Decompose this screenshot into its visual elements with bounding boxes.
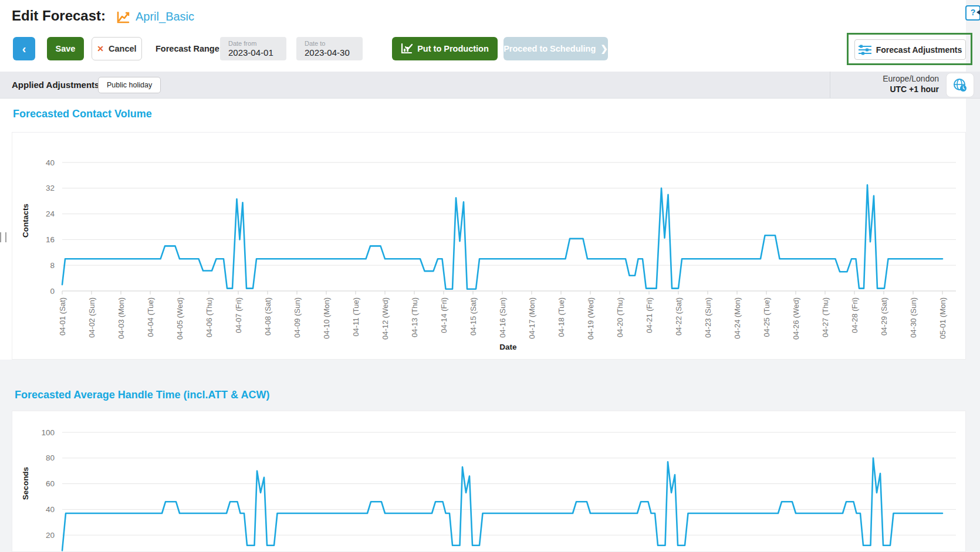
svg-text:24: 24 <box>46 209 55 218</box>
date-to-field[interactable]: Date to 2023-04-30 <box>296 37 363 60</box>
svg-text:40: 40 <box>46 505 55 514</box>
date-to-label: Date to <box>305 40 363 48</box>
svg-text:Date: Date <box>499 343 517 351</box>
svg-text:04-21 (Fri): 04-21 (Fri) <box>645 297 654 333</box>
svg-text:04-18 (Tue): 04-18 (Tue) <box>557 297 566 337</box>
contact-volume-title: Forecasted Contact Volume <box>13 108 152 120</box>
svg-text:04-29 (Sat): 04-29 (Sat) <box>880 297 888 336</box>
svg-text:04-26 (Wed): 04-26 (Wed) <box>792 297 800 340</box>
svg-text:04-24 (Mon): 04-24 (Mon) <box>733 297 742 339</box>
svg-text:05-01 (Mon): 05-01 (Mon) <box>938 297 947 339</box>
back-button[interactable]: ‹ <box>13 37 35 60</box>
contact-volume-panel: 081624324004-01 (Sat)04-02 (Sun)04-03 (M… <box>12 132 966 360</box>
forecast-adjustments-button[interactable]: Forecast Adjustments <box>854 39 966 60</box>
forecast-name-link[interactable]: April_Basic <box>136 10 194 23</box>
svg-text:04-28 (Fri): 04-28 (Fri) <box>850 297 859 333</box>
svg-text:04-11 (Tue): 04-11 (Tue) <box>352 297 360 336</box>
forecast-chart-icon <box>117 11 131 24</box>
svg-text:04-17 (Mon): 04-17 (Mon) <box>528 297 536 339</box>
svg-text:04-27 (Thu): 04-27 (Thu) <box>821 297 830 337</box>
proceed-label: Proceed to Scheduling <box>503 44 596 53</box>
resize-handle[interactable] <box>0 232 6 242</box>
aht-panel: 20406080100Seconds <box>12 411 966 552</box>
svg-text:04-06 (Thu): 04-06 (Thu) <box>205 297 214 337</box>
cancel-label: Cancel <box>109 44 137 53</box>
forecast-range-label: Forecast Range: <box>156 44 222 53</box>
svg-text:04-08 (Sat): 04-08 (Sat) <box>263 297 272 336</box>
svg-text:04-30 (Sun): 04-30 (Sun) <box>909 297 918 338</box>
date-from-label: Date from <box>228 40 286 48</box>
globe-clock-icon <box>952 77 968 93</box>
svg-text:04-15 (Sat): 04-15 (Sat) <box>469 297 478 336</box>
svg-text:04-13 (Thu): 04-13 (Thu) <box>410 297 419 337</box>
aht-chart: 20406080100Seconds <box>12 411 965 551</box>
chevron-left-icon: ‹ <box>22 42 26 56</box>
sliders-icon <box>859 45 871 55</box>
save-button[interactable]: Save <box>47 37 84 60</box>
svg-text:60: 60 <box>46 479 55 488</box>
svg-text:04-09 (Sun): 04-09 (Sun) <box>293 297 302 338</box>
svg-text:Seconds: Seconds <box>21 467 30 500</box>
put-to-production-button[interactable]: Put to Production <box>392 37 498 60</box>
adjustment-chip-public-holiday[interactable]: Public holiday <box>98 77 161 93</box>
svg-text:40: 40 <box>46 158 55 167</box>
svg-text:04-20 (Thu): 04-20 (Thu) <box>616 297 624 337</box>
date-from-value: 2023-04-01 <box>228 48 286 57</box>
x-icon: ✕ <box>97 44 104 53</box>
question-box-icon: ? <box>971 8 976 17</box>
aht-title: Forecasted Average Handle Time (incl.ATT… <box>15 389 269 401</box>
chevron-right-icon: ❯ <box>600 43 608 54</box>
svg-text:16: 16 <box>46 235 55 244</box>
timezone-region: Europe/London <box>822 74 939 83</box>
date-from-field[interactable]: Date from 2023-04-01 <box>220 37 286 60</box>
svg-text:20: 20 <box>46 531 55 540</box>
svg-text:04-07 (Fri): 04-07 (Fri) <box>234 297 243 333</box>
svg-text:100: 100 <box>41 428 55 437</box>
cancel-button[interactable]: ✕ Cancel <box>92 37 142 60</box>
contact-volume-chart: 081624324004-01 (Sat)04-02 (Sun)04-03 (M… <box>12 133 965 359</box>
timezone-globe-button[interactable] <box>946 73 974 97</box>
page-title: Edit Forecast: <box>12 8 106 24</box>
svg-text:0: 0 <box>50 287 55 296</box>
put-to-production-label: Put to Production <box>417 44 489 53</box>
applied-adjustments-label: Applied Adjustments: <box>12 80 102 90</box>
forecast-adjustments-label: Forecast Adjustments <box>876 45 962 55</box>
svg-text:04-25 (Tue): 04-25 (Tue) <box>762 297 771 337</box>
svg-text:04-22 (Sat): 04-22 (Sat) <box>674 297 683 336</box>
svg-text:80: 80 <box>46 453 55 462</box>
svg-text:04-14 (Fri): 04-14 (Fri) <box>440 297 448 333</box>
svg-text:04-16 (Sun): 04-16 (Sun) <box>498 297 507 338</box>
date-to-value: 2023-04-30 <box>305 48 363 57</box>
svg-text:04-10 (Mon): 04-10 (Mon) <box>322 297 331 339</box>
svg-text:04-02 (Sun): 04-02 (Sun) <box>87 297 96 338</box>
proceed-to-scheduling-button[interactable]: Proceed to Scheduling ❯ <box>503 37 608 60</box>
cursor-arrow-icon <box>976 9 980 15</box>
svg-text:04-03 (Mon): 04-03 (Mon) <box>117 297 126 339</box>
svg-text:Contacts: Contacts <box>21 204 30 238</box>
svg-text:04-04 (Tue): 04-04 (Tue) <box>146 297 155 337</box>
timezone-offset: UTC +1 hour <box>822 84 939 94</box>
chart-check-icon <box>401 43 413 54</box>
svg-text:8: 8 <box>50 261 55 270</box>
svg-text:04-12 (Wed): 04-12 (Wed) <box>381 297 390 340</box>
svg-text:04-19 (Wed): 04-19 (Wed) <box>586 297 595 340</box>
svg-text:04-23 (Sun): 04-23 (Sun) <box>704 297 712 338</box>
svg-text:04-01 (Sat): 04-01 (Sat) <box>58 297 67 336</box>
svg-text:04-05 (Wed): 04-05 (Wed) <box>175 297 184 340</box>
svg-text:32: 32 <box>46 184 55 192</box>
